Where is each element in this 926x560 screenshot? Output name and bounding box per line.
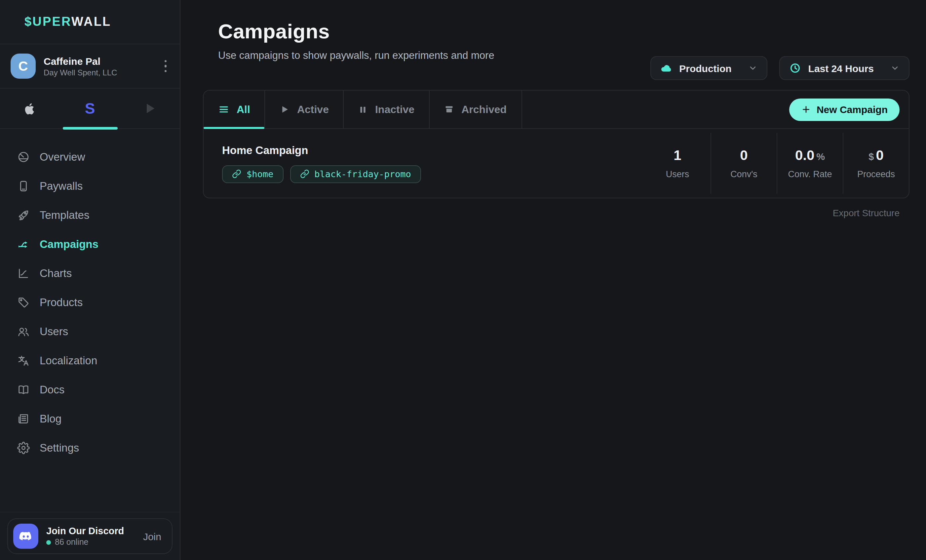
new-campaign-button[interactable]: New Campaign xyxy=(790,98,900,121)
sidebar-item-label: Blog xyxy=(40,412,62,425)
account-company: Day Well Spent, LLC xyxy=(44,68,154,77)
campaign-name: Home Campaign xyxy=(222,144,421,156)
users-icon xyxy=(17,325,30,338)
tab-archived[interactable]: Archived xyxy=(430,91,522,128)
sidebar: $UPERWALL C Caffeine Pal Day Well Spent,… xyxy=(0,0,180,560)
time-range-dropdown[interactable]: Last 24 Hours xyxy=(779,56,909,80)
sidebar-item-label: Users xyxy=(40,325,68,338)
online-dot xyxy=(46,540,51,545)
discord-online: 86 online xyxy=(46,537,124,547)
platform-active-underline xyxy=(63,127,118,130)
book-icon xyxy=(17,383,30,396)
sidebar-item-templates[interactable]: Templates xyxy=(0,200,180,229)
campaign-row[interactable]: Home Campaign $home black-fr xyxy=(204,129,909,198)
sidebar-item-localization[interactable]: Localization xyxy=(0,346,180,375)
placement-label: $home xyxy=(247,169,273,179)
tab-inactive[interactable]: Inactive xyxy=(344,91,430,128)
sidebar-item-label: Overview xyxy=(40,150,85,163)
stat-label: Conv's xyxy=(730,169,758,179)
logo-accent-text: $UPER xyxy=(24,15,71,29)
link-icon xyxy=(232,169,241,179)
logo-section: $UPERWALL xyxy=(0,0,180,44)
stat-prefix: $ xyxy=(869,151,874,162)
discord-meta: Join Our Discord 86 online xyxy=(46,526,124,547)
avatar: C xyxy=(11,53,36,79)
stat-proceeds: $0 Proceeds xyxy=(843,133,909,194)
campaign-stats: 1 Users 0 Conv's 0.0% Conv. Rate $0 Proc… xyxy=(645,133,909,194)
platform-switcher: S xyxy=(0,89,180,129)
translate-icon xyxy=(17,354,30,366)
sidebar-item-settings[interactable]: Settings xyxy=(0,433,180,462)
stat-conversion-rate: 0.0% Conv. Rate xyxy=(777,133,843,194)
logo-rest-text: WALL xyxy=(71,15,111,29)
platform-tab-superwall[interactable]: S xyxy=(60,89,120,128)
sidebar-item-label: Paywalls xyxy=(40,180,83,192)
phone-icon xyxy=(17,180,30,192)
discord-card[interactable]: Join Our Discord 86 online Join xyxy=(7,518,172,554)
discord-join-button[interactable]: Join xyxy=(143,531,161,542)
campaign-tabs: All Active Inactive xyxy=(204,91,909,129)
sidebar-item-paywalls[interactable]: Paywalls xyxy=(0,171,180,200)
online-count: 86 online xyxy=(55,537,89,547)
platform-tab-google-play[interactable] xyxy=(120,89,180,128)
stat-value: $0 xyxy=(869,147,884,163)
placement-label: black-friday-promo xyxy=(314,169,411,179)
split-arrow-icon xyxy=(17,238,30,250)
sidebar-item-charts[interactable]: Charts xyxy=(0,259,180,288)
sidebar-item-docs[interactable]: Docs xyxy=(0,375,180,404)
sidebar-item-blog[interactable]: Blog xyxy=(0,404,180,433)
sidebar-item-campaigns[interactable]: Campaigns xyxy=(0,229,180,259)
tab-label: All xyxy=(237,103,250,115)
superwall-logo: $UPERWALL xyxy=(24,15,111,29)
sidebar-nav: Overview Paywalls Templates Campaigns xyxy=(0,129,180,462)
play-icon xyxy=(280,104,290,114)
stat-conversions: 0 Conv's xyxy=(711,133,777,194)
stat-label: Conv. Rate xyxy=(788,169,832,179)
newspaper-icon xyxy=(17,412,30,425)
campaign-placements: $home black-friday-promo xyxy=(222,165,421,183)
kebab-menu-icon[interactable] xyxy=(162,56,169,76)
plus-icon xyxy=(801,104,811,114)
stat-label: Users xyxy=(666,169,689,179)
platform-tab-apple[interactable] xyxy=(0,89,60,128)
app: $UPERWALL C Caffeine Pal Day Well Spent,… xyxy=(0,0,926,560)
link-icon xyxy=(300,169,309,179)
campaign-info: Home Campaign $home black-fr xyxy=(222,144,421,183)
sidebar-item-overview[interactable]: Overview xyxy=(0,142,180,171)
time-range-value: Last 24 Hours xyxy=(808,62,874,74)
tag-icon xyxy=(17,296,30,309)
clock-icon xyxy=(789,62,801,74)
export-structure-link[interactable]: Export Structure xyxy=(833,207,900,218)
sidebar-item-label: Charts xyxy=(40,267,72,279)
sidebar-item-users[interactable]: Users xyxy=(0,317,180,346)
sidebar-item-products[interactable]: Products xyxy=(0,288,180,317)
stat-value: 0 xyxy=(740,147,747,163)
sidebar-item-label: Localization xyxy=(40,354,97,366)
stat-label: Proceeds xyxy=(857,169,895,179)
sidebar-item-label: Docs xyxy=(40,383,64,396)
cloud-icon xyxy=(660,62,672,74)
pause-icon xyxy=(359,105,368,114)
environment-value: Production xyxy=(679,62,731,74)
account-meta: Caffeine Pal Day Well Spent, LLC xyxy=(44,55,154,77)
tab-label: Active xyxy=(297,103,329,115)
tab-label: Inactive xyxy=(375,103,415,115)
discord-icon xyxy=(13,524,38,549)
google-play-icon xyxy=(143,102,156,115)
environment-dropdown[interactable]: Production xyxy=(650,56,767,80)
placement-pill[interactable]: black-friday-promo xyxy=(290,165,421,183)
stat-suffix: % xyxy=(816,151,825,162)
filters: Production Last 24 Hours xyxy=(650,56,909,80)
campaigns-card: All Active Inactive xyxy=(203,90,909,198)
stat-value: 0.0% xyxy=(795,147,825,163)
list-icon xyxy=(218,104,229,115)
tabs-spacer xyxy=(522,91,790,128)
chart-icon xyxy=(17,267,30,279)
rocket-icon xyxy=(17,209,30,221)
account-switcher[interactable]: C Caffeine Pal Day Well Spent, LLC xyxy=(0,44,180,89)
sidebar-item-label: Products xyxy=(40,296,83,309)
placement-pill[interactable]: $home xyxy=(222,165,283,183)
tab-all[interactable]: All xyxy=(204,91,265,128)
tab-active[interactable]: Active xyxy=(265,91,344,128)
chevron-down-icon xyxy=(748,64,758,73)
